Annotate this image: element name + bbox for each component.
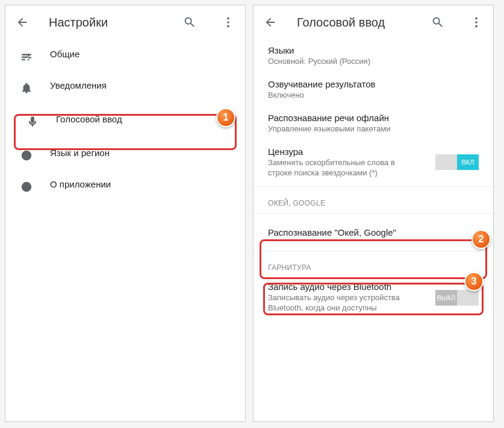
bluetooth-toggle[interactable]: ВЫКЛ <box>435 290 479 306</box>
svg-point-9 <box>475 25 478 28</box>
label: О приложении <box>50 179 235 189</box>
svg-point-0 <box>227 17 229 20</box>
page-title: Голосовой ввод <box>297 16 411 30</box>
row-censor[interactable]: Цензура Заменять оскорбительные слова в … <box>254 140 493 184</box>
label: Язык и регион <box>50 148 235 158</box>
globe-icon <box>20 149 33 162</box>
search-icon[interactable] <box>178 10 202 34</box>
svg-point-6 <box>26 184 27 185</box>
row-general[interactable]: Общие <box>5 42 245 73</box>
section-ok-google: ОКЕЙ, GOOGLE <box>254 189 493 211</box>
badge-3: 3 <box>464 272 484 291</box>
page-title: Настройки <box>49 16 163 30</box>
badge-2: 2 <box>471 230 491 249</box>
sub: Заменять оскорбительные слова в строке п… <box>268 158 400 178</box>
sub: Основной: Русский (Россия) <box>268 57 400 67</box>
row-language-region[interactable]: Язык и регион <box>5 140 245 172</box>
svg-point-2 <box>227 25 229 28</box>
section-headset: ГАРНИТУРА <box>254 254 493 275</box>
label: Озвучивание результатов <box>268 79 484 89</box>
bell-icon <box>20 81 33 95</box>
sub: Записывать аудио через устройства Blueto… <box>268 293 400 313</box>
sub: Управление языковыми пакетами <box>268 124 400 134</box>
censor-toggle[interactable]: ВКЛ <box>435 154 479 170</box>
row-bluetooth[interactable]: Запись аудио через Bluetooth Записывать … <box>254 275 493 319</box>
settings-list: Общие Уведомления Голосовой ввод Язык и … <box>5 39 245 203</box>
label: Голосовой ввод <box>56 114 229 124</box>
more-icon[interactable] <box>464 10 488 34</box>
label: Уведомления <box>50 80 235 90</box>
label: Распознавание речи офлайн <box>268 113 484 123</box>
row-notifications[interactable]: Уведомления <box>5 73 245 104</box>
svg-point-8 <box>475 21 478 24</box>
divider <box>254 186 493 187</box>
svg-point-7 <box>475 17 478 20</box>
row-voice-input[interactable]: Голосовой ввод <box>11 107 239 138</box>
appbar: Настройки <box>5 5 245 39</box>
label: Распознавание "Окей, Google" <box>268 227 484 238</box>
badge-1: 1 <box>216 108 235 127</box>
back-icon[interactable] <box>10 10 34 34</box>
svg-point-1 <box>227 21 229 24</box>
row-about[interactable]: О приложении <box>5 172 245 203</box>
row-languages[interactable]: Языки Основной: Русский (Россия) <box>254 39 493 73</box>
sub: Включено <box>268 90 400 101</box>
row-speak-results[interactable]: Озвучивание результатов Включено <box>254 73 493 107</box>
toggle-label: ВЫКЛ <box>435 290 457 306</box>
settings-screen: Настройки Общие Уведомления Голосовой вв… <box>5 5 246 422</box>
voice-input-screen: Голосовой ввод Языки Основной: Русский (… <box>253 5 494 422</box>
appbar: Голосовой ввод <box>254 5 493 39</box>
toggle-label: ВКЛ <box>457 154 479 170</box>
back-icon[interactable] <box>258 10 282 34</box>
tune-icon <box>20 50 33 63</box>
more-icon[interactable] <box>216 10 240 34</box>
mic-icon <box>26 115 39 128</box>
info-icon <box>20 180 33 194</box>
row-ok-google[interactable]: Распознавание "Окей, Google" <box>254 216 493 248</box>
divider <box>254 213 493 214</box>
search-icon[interactable] <box>426 10 450 34</box>
row-offline[interactable]: Распознавание речи офлайн Управление язы… <box>254 107 493 140</box>
label: Языки <box>268 45 484 55</box>
label: Общие <box>50 49 235 59</box>
divider <box>254 251 493 251</box>
